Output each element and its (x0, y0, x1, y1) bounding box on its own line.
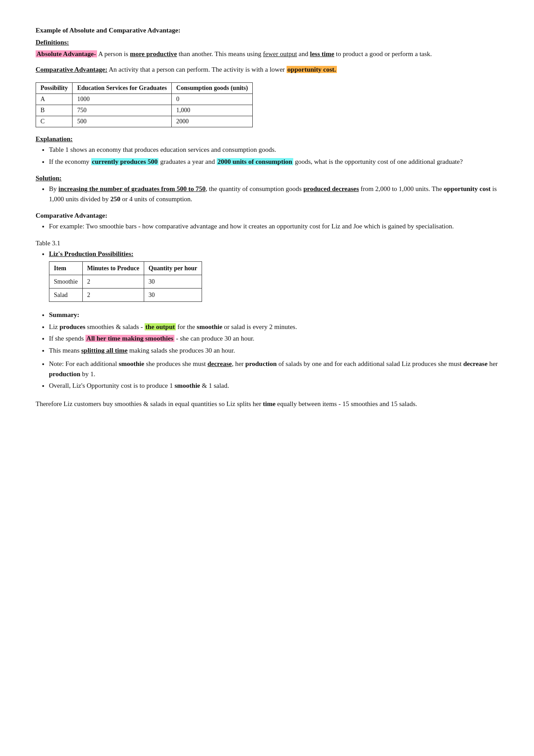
explanation-bullet-1: Table 1 shows an economy that produces e… (49, 145, 498, 155)
table1-col-consumption: Consumption goods (units) (172, 83, 253, 94)
table1-col-possibility: Possibility (36, 83, 73, 94)
more-productive-text: more productive (130, 50, 177, 57)
final-para-text: Therefore Liz customers buy smoothies & … (36, 399, 498, 409)
table2-col-minutes: Minutes to Produce (82, 262, 144, 275)
fewer-output-text: fewer output (263, 50, 297, 57)
summary-bullet-2: If she spends All her time making smooth… (49, 333, 498, 344)
opportunity-cost-highlight: opportunity cost. (287, 66, 337, 73)
table31-label: Table 3.1 (36, 240, 498, 247)
table1-col-education: Education Services for Graduates (73, 83, 172, 94)
table2: Item Minutes to Produce Quantity per hou… (49, 261, 202, 302)
note-list: Note: For each additional smoothie she p… (49, 359, 498, 391)
definitions-label: Definitions: (36, 39, 498, 46)
title-text: Example of Absolute and Comparative Adva… (36, 27, 180, 34)
absolute-advantage-text: Absolute Advantage- A person is more pro… (36, 49, 498, 59)
less-time-text: less time (310, 50, 335, 57)
table-row: C5002000 (36, 116, 253, 127)
summary-bullet-3: This means splitting all time making sal… (49, 345, 498, 356)
table-row: Smoothie230 (49, 275, 202, 289)
absolute-advantage-def: Absolute Advantage- A person is more pro… (36, 49, 498, 59)
table2-col-quantity: Quantity per hour (144, 262, 202, 275)
all-her-time-highlight: All her time making smoothies (85, 335, 174, 342)
definitions-section: Definitions: Absolute Advantage- A perso… (36, 39, 498, 74)
table1-section: Possibility Education Services for Gradu… (36, 82, 498, 127)
comp-advantage-section: Comparative Advantage: For example: Two … (36, 212, 498, 232)
comparative-advantage-def: Comparative Advantage: An activity that … (36, 65, 498, 75)
produced-decreases: produced decreases (303, 185, 359, 192)
solution-label: Solution: (36, 175, 498, 182)
comp-adv-term: Comparative Advantage: (36, 66, 107, 73)
final-paragraph: Therefore Liz customers buy smoothies & … (36, 399, 498, 409)
lizs-production-label: Liz's Production Possibilities: (49, 250, 134, 257)
opportunity-cost-sol: opportunity cost (444, 185, 490, 192)
overall-bullet: Overall, Liz's Opportunity cost is to pr… (49, 381, 498, 391)
table-row: A10000 (36, 94, 253, 105)
solution-list: By increasing the number of graduates fr… (49, 184, 498, 204)
explanation-label: Explanation: (36, 135, 498, 143)
lizs-production-item: Liz's Production Possibilities: Item Min… (49, 249, 498, 302)
summary-section: Summary: Liz produces smoothies & salads… (36, 310, 498, 391)
output-highlight: the output (145, 323, 176, 330)
comp-advantage-label: Comparative Advantage: (36, 212, 498, 219)
summary-bullet-0: Summary: (49, 310, 498, 320)
comp-advantage-list: For example: Two smoothie bars - how com… (49, 221, 498, 232)
comp-advantage-bullet: For example: Two smoothie bars - how com… (49, 221, 498, 232)
summary-list: Summary: Liz produces smoothies & salads… (49, 310, 498, 355)
comparative-advantage-text: Comparative Advantage: An activity that … (36, 65, 498, 75)
table31-section: Table 3.1 Liz's Production Possibilities… (36, 240, 498, 302)
2000-units-highlight: 2000 units of consumption (217, 158, 293, 165)
explanation-list: Table 1 shows an economy that produces e… (49, 145, 498, 167)
250-text: 250 (110, 195, 121, 203)
explanation-section: Explanation: Table 1 shows an economy th… (36, 135, 498, 167)
table2-col-item: Item (49, 262, 83, 275)
note-bullet: Note: For each additional smoothie she p… (49, 359, 498, 379)
table-row: Salad230 (49, 289, 202, 302)
solution-bullet: By increasing the number of graduates fr… (49, 184, 498, 204)
currently-produces-highlight: currently produces 500 (91, 158, 159, 165)
increasing-highlight: increasing the number of graduates from … (58, 185, 206, 192)
table-row: B7501,000 (36, 105, 253, 116)
lizs-production-list: Liz's Production Possibilities: Item Min… (49, 249, 498, 302)
absolute-advantage-term: Absolute Advantage- (36, 50, 97, 57)
solution-section: Solution: By increasing the number of gr… (36, 175, 498, 204)
page-title: Example of Absolute and Comparative Adva… (36, 27, 498, 34)
summary-bullet-1: Liz produces smoothies & salads - the ou… (49, 322, 498, 332)
page-container: Example of Absolute and Comparative Adva… (36, 27, 498, 409)
explanation-bullet-2: If the economy currently produces 500 gr… (49, 157, 498, 167)
table1: Possibility Education Services for Gradu… (36, 82, 253, 127)
